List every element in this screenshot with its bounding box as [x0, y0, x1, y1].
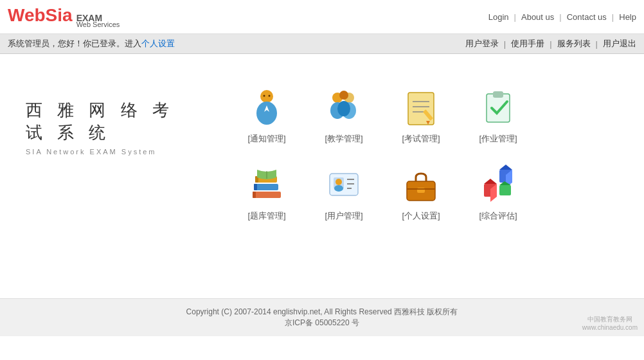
notify-icon [246, 86, 288, 128]
svg-point-3 [264, 95, 265, 97]
svg-rect-18 [487, 94, 510, 122]
topbar-logout[interactable]: 用户退出 [603, 38, 636, 50]
topbar-service-list[interactable]: 服务列表 [557, 38, 591, 50]
svg-marker-44 [499, 165, 512, 170]
topbar-manual[interactable]: 使用手册 [511, 38, 544, 50]
system-title-en: SIA Network EXAM System [26, 148, 206, 156]
topbar-greeting: 系统管理员，您好！你已登录。进入 [8, 39, 141, 48]
evaluation-icon [478, 163, 519, 205]
logo-websia: WebSia [8, 5, 73, 26]
teaching-icon [323, 86, 365, 128]
logo-sub: Web Services [76, 21, 120, 28]
nav-sep-3: | [612, 12, 614, 22]
exam-icon [400, 86, 442, 128]
evaluation-label: [综合评估] [479, 210, 517, 222]
topbar-right: 用户登录 | 使用手册 | 服务列表 | 用户退出 [465, 38, 636, 50]
icon-teaching[interactable]: [教学管理] [309, 80, 379, 150]
nav-contact[interactable]: Contact us [567, 12, 607, 22]
logo-text-block: EXAM Web Services [76, 13, 120, 28]
main-content: 西 雅 网 络 考 试 系 统 SIA Network EXAM System … [0, 54, 644, 298]
svg-marker-41 [484, 179, 497, 184]
footer-watermark: 中国教育教务网www.chinaedu.com [582, 315, 638, 331]
topbar: 系统管理员，您好！你已登录。进入个人设置 用户登录 | 使用手册 | 服务列表 … [0, 34, 644, 54]
topbar-sep-1: | [504, 39, 506, 49]
question-label: [题库管理] [247, 210, 285, 222]
svg-rect-25 [254, 184, 257, 190]
personal-icon [400, 163, 442, 205]
topbar-sep-2: | [550, 39, 551, 49]
footer-icp: 京ICP备 05005220 号 [8, 318, 636, 328]
svg-rect-21 [253, 192, 281, 198]
topbar-left: 系统管理员，您好！你已登录。进入个人设置 [8, 38, 175, 50]
svg-point-1 [256, 102, 277, 125]
icon-exam[interactable]: [考试管理] [386, 80, 456, 150]
svg-rect-24 [253, 192, 256, 198]
svg-point-31 [335, 179, 342, 185]
header-nav: Login | About us | Contact us | Help [488, 12, 636, 22]
svg-rect-20 [493, 91, 503, 98]
icon-evaluation[interactable]: [综合评估] [463, 157, 533, 228]
icon-personal[interactable]: [个人设置] [386, 157, 456, 228]
footer-copyright: Copyright (C) 2007-2014 englishvip.net, … [8, 307, 636, 318]
icon-grid: [通知管理] [教学管理] [206, 80, 533, 228]
notify-label: [通知管理] [247, 133, 285, 145]
svg-rect-22 [254, 184, 278, 190]
nav-sep-1: | [514, 12, 516, 22]
logo: WebSia EXAM Web Services [8, 5, 120, 28]
topbar-user-login[interactable]: 用户登录 [465, 38, 499, 50]
svg-point-9 [339, 91, 348, 100]
icon-question[interactable]: [题库管理] [231, 157, 302, 228]
footer: Copyright (C) 2007-2014 englishvip.net, … [0, 298, 644, 336]
topbar-personal-link[interactable]: 个人设置 [141, 39, 175, 48]
nav-about[interactable]: About us [521, 12, 554, 22]
homework-icon [478, 86, 519, 128]
homework-label: [作业管理] [479, 133, 517, 145]
header: WebSia EXAM Web Services Login | About u… [0, 0, 644, 34]
user-icon [323, 163, 365, 205]
svg-point-32 [334, 185, 343, 192]
icon-user[interactable]: [用户管理] [309, 157, 379, 228]
teaching-label: [教学管理] [325, 133, 362, 145]
icon-homework[interactable]: [作业管理] [463, 80, 533, 150]
svg-point-4 [269, 95, 271, 97]
system-title-cn: 西 雅 网 络 考 试 系 统 [26, 99, 206, 144]
svg-point-10 [337, 101, 350, 116]
svg-rect-46 [499, 185, 511, 195]
nav-login[interactable]: Login [488, 12, 509, 22]
user-label: [用户管理] [325, 210, 362, 222]
icon-notify[interactable]: [通知管理] [231, 80, 302, 150]
system-title: 西 雅 网 络 考 试 系 统 SIA Network EXAM System [26, 80, 206, 156]
personal-label: [个人设置] [402, 210, 440, 222]
question-icon [246, 163, 288, 205]
svg-point-0 [260, 90, 273, 103]
nav-sep-2: | [559, 12, 561, 22]
nav-help[interactable]: Help [619, 12, 636, 22]
exam-label: [考试管理] [402, 133, 440, 145]
topbar-sep-3: | [596, 39, 598, 49]
logo-area: WebSia EXAM Web Services [8, 5, 120, 28]
